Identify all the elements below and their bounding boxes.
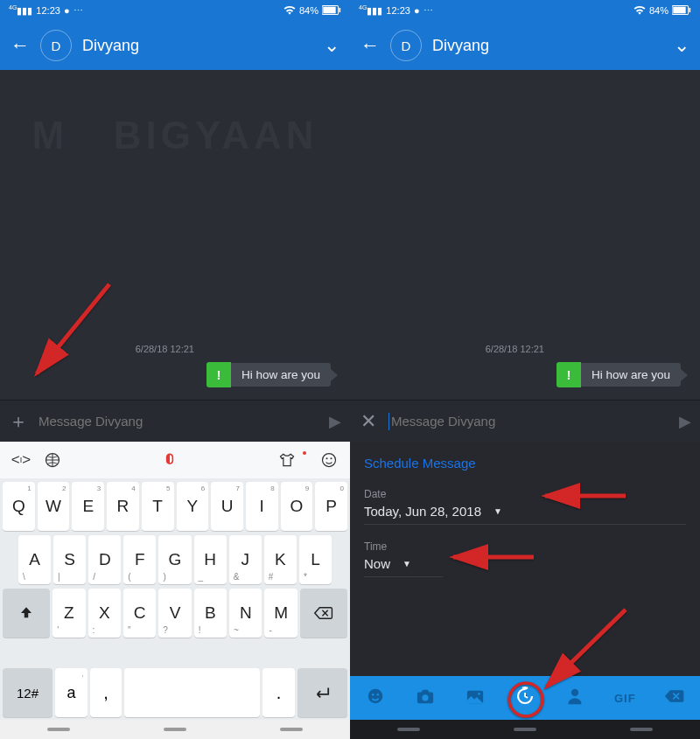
status-dot-icon: ● <box>64 5 70 16</box>
language-key[interactable]: a, <box>55 668 88 717</box>
key-h[interactable]: H_ <box>194 535 227 584</box>
chat-area[interactable]: M BIGYAAN 6/28/18 12:21 ! Hi how are you <box>0 70 350 400</box>
message-bubble[interactable]: ! Hi how are you <box>206 362 338 387</box>
schedule-icon[interactable] <box>512 686 538 711</box>
backspace-icon[interactable] <box>662 688 688 708</box>
message-text: Hi how are you <box>581 363 681 387</box>
key-r[interactable]: R4 <box>107 482 139 531</box>
chat-area[interactable]: 6/28/18 12:21 ! Hi how are you <box>350 70 700 400</box>
shift-key[interactable] <box>3 589 50 638</box>
contact-icon[interactable] <box>562 687 588 710</box>
key-v[interactable]: V? <box>158 589 191 638</box>
watermark: M BIGYAAN <box>32 114 318 157</box>
svg-rect-1 <box>323 6 335 13</box>
svg-point-11 <box>372 693 374 695</box>
gif-icon[interactable]: GIF <box>612 692 638 705</box>
date-label: Date <box>364 488 686 500</box>
schedule-panel: Schedule Message Date Today, Jun 28, 201… <box>350 442 700 720</box>
svg-point-13 <box>422 694 428 701</box>
key-a[interactable]: A\ <box>18 535 51 584</box>
period-key[interactable]: . <box>262 668 295 717</box>
key-e[interactable]: E3 <box>72 482 104 531</box>
status-time: 12:23 <box>386 5 410 16</box>
close-icon[interactable]: ✕ <box>359 410 378 433</box>
back-arrow-icon[interactable]: ← <box>360 34 380 57</box>
key-p[interactable]: P0 <box>315 482 347 531</box>
backspace-key[interactable] <box>300 589 347 638</box>
key-s[interactable]: S| <box>53 535 86 584</box>
camera-icon[interactable] <box>412 687 438 709</box>
tshirt-icon[interactable] <box>275 448 299 472</box>
dropdown-icon[interactable]: ▼ <box>494 506 502 516</box>
touchpal-icon[interactable] <box>158 448 182 472</box>
key-i[interactable]: I8 <box>246 482 278 531</box>
numeric-key[interactable]: 12# <box>3 668 52 717</box>
key-j[interactable]: J& <box>229 535 262 584</box>
avatar[interactable]: D <box>390 30 422 61</box>
wifi-icon <box>284 4 296 17</box>
back-arrow-icon[interactable]: ← <box>10 34 30 57</box>
space-key[interactable] <box>124 668 260 717</box>
date-value: Today, Jun 28, 2018 <box>364 504 481 519</box>
enter-key[interactable] <box>298 668 347 717</box>
message-timestamp: 6/28/18 12:21 <box>486 344 544 354</box>
key-z[interactable]: Z' <box>52 589 85 638</box>
signal-icon: 4G▮▮▮ <box>359 4 382 17</box>
avatar[interactable]: D <box>40 30 72 61</box>
send-icon[interactable]: ▶ <box>679 412 691 431</box>
key-k[interactable]: K# <box>264 535 297 584</box>
expand-icon[interactable]: ⌄ <box>674 34 690 57</box>
message-status-icon: ! <box>206 362 231 387</box>
message-input[interactable] <box>38 414 318 429</box>
svg-rect-9 <box>689 7 690 11</box>
app-bar: ← D Divyang ⌄ <box>350 21 700 70</box>
message-status-icon: ! <box>556 362 581 387</box>
nav-home[interactable] <box>514 728 536 731</box>
plus-icon[interactable]: ＋ <box>9 408 28 435</box>
keyboard: <I> Q1W2E3R4T5Y6U7I8O9P0 A\S|D/F(G)H_J&K… <box>0 442 350 720</box>
sticker-icon[interactable] <box>362 687 388 710</box>
svg-rect-8 <box>673 6 685 13</box>
dropdown-icon[interactable]: ▼ <box>402 559 411 568</box>
time-value: Now <box>364 556 390 571</box>
nav-back[interactable] <box>47 728 70 731</box>
key-c[interactable]: C" <box>123 589 156 638</box>
key-w[interactable]: W2 <box>38 482 70 531</box>
input-bar: ＋ ▶ <box>0 400 350 442</box>
phone-right: 4G▮▮▮ 12:23 ● ⋯ 84% ← D Divyang ⌄ 6/28/1… <box>350 0 700 739</box>
time-field[interactable]: Time Now ▼ <box>350 530 700 582</box>
contact-name[interactable]: Divyang <box>432 37 663 55</box>
key-b[interactable]: B! <box>194 589 227 638</box>
key-o[interactable]: O9 <box>281 482 313 531</box>
key-u[interactable]: U7 <box>211 482 243 531</box>
battery-pct: 84% <box>649 5 668 16</box>
nav-home[interactable] <box>164 728 186 731</box>
svg-point-16 <box>571 688 578 695</box>
key-l[interactable]: L* <box>299 535 332 584</box>
globe-icon[interactable] <box>40 448 65 472</box>
status-more-icon: ⋯ <box>424 5 433 17</box>
key-d[interactable]: D/ <box>88 535 121 584</box>
key-m[interactable]: M- <box>264 589 297 638</box>
key-t[interactable]: T5 <box>142 482 174 531</box>
key-x[interactable]: X: <box>88 589 121 638</box>
key-n[interactable]: N~ <box>229 589 262 638</box>
code-icon[interactable]: <I> <box>9 448 33 472</box>
gallery-icon[interactable] <box>462 687 488 709</box>
expand-icon[interactable]: ⌄ <box>324 34 340 57</box>
message-input[interactable] <box>391 414 668 429</box>
emoji-icon[interactable] <box>317 448 341 472</box>
key-g[interactable]: G) <box>158 535 191 584</box>
battery-icon <box>322 5 341 17</box>
contact-name[interactable]: Divyang <box>82 37 313 55</box>
nav-recent[interactable] <box>630 728 653 731</box>
comma-key[interactable]: , <box>90 668 122 717</box>
nav-recent[interactable] <box>280 728 303 731</box>
message-bubble[interactable]: ! Hi how are you <box>556 362 688 387</box>
key-q[interactable]: Q1 <box>3 482 35 531</box>
key-y[interactable]: Y6 <box>177 482 209 531</box>
nav-back[interactable] <box>397 728 420 731</box>
send-icon[interactable]: ▶ <box>329 412 341 431</box>
date-field[interactable]: Date Today, Jun 28, 2018 ▼ <box>350 478 700 530</box>
key-f[interactable]: F( <box>123 535 156 584</box>
